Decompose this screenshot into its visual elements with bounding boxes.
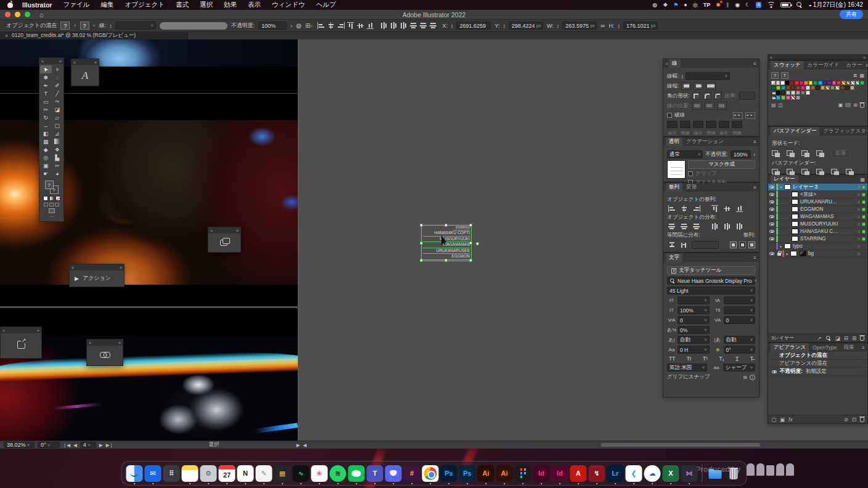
distribute-icon-2[interactable] [400, 22, 407, 29]
artboard-number-select[interactable]: 4 ˅ [80, 442, 96, 448]
tab-appearance-0[interactable]: アピアランス [771, 343, 809, 352]
constrain-proportions-icon[interactable]: ∞ [600, 22, 605, 29]
layer-row-typo[interactable]: ▸typo○ [768, 243, 867, 250]
swatch-2-3[interactable] [786, 91, 790, 95]
dock-indesign[interactable]: Id [533, 463, 550, 484]
language-select[interactable]: 英語:米国˅ [667, 364, 707, 372]
swatch-0-2[interactable] [780, 81, 785, 85]
external-handle[interactable] [476, 242, 479, 245]
dash-preset-1[interactable] [733, 112, 743, 119]
circle-app-icon[interactable]: ◍ [652, 2, 657, 8]
home-icon[interactable]: ⌂ [39, 11, 44, 18]
first-artboard-button[interactable]: ❘◀ [63, 442, 70, 448]
type-style-button-4[interactable]: T̲ [734, 356, 740, 362]
dock-photos[interactable]: ❀ [311, 463, 328, 484]
swatch-libraries-icon[interactable]: ▤ [771, 102, 776, 108]
swatch-2-7[interactable] [806, 91, 810, 95]
layer-selection-indicator[interactable] [862, 245, 866, 248]
layer-target-icon[interactable]: ○ [856, 244, 862, 248]
swatch-1-8[interactable] [811, 86, 815, 90]
swatch-2-6[interactable] [801, 91, 805, 95]
swatch-0-16[interactable] [846, 81, 851, 85]
draw-inside-button[interactable] [55, 203, 59, 206]
panel-menu-icon[interactable]: ▦ [860, 177, 865, 182]
hand-tool[interactable]: ☛ [40, 169, 52, 177]
dash-field-5[interactable] [732, 121, 742, 128]
shape-mode-0[interactable] [772, 150, 780, 157]
rotate-tool[interactable]: ↻ [40, 113, 52, 121]
swatch-2-4[interactable] [791, 91, 795, 95]
dock-line-app[interactable] [348, 463, 365, 484]
dock-photoshop[interactable]: Ps [441, 463, 457, 484]
spacing-value-field[interactable] [692, 241, 719, 249]
bbox-handle-1[interactable] [444, 224, 448, 227]
appearance-opacity-value[interactable]: 初期設定 [806, 368, 827, 375]
swatch-1-15[interactable] [845, 86, 850, 90]
swatch-3-4[interactable] [791, 96, 795, 100]
screen-mode-button[interactable] [49, 208, 55, 213]
spotlight-icon[interactable] [796, 2, 803, 8]
fill-proxy-dd[interactable]: ˅ [73, 23, 76, 28]
distribute-icon-5[interactable] [430, 22, 437, 29]
swatch-2-5[interactable] [796, 91, 800, 95]
eyedropper-tool[interactable]: ◆ [40, 145, 52, 153]
document-tab[interactable]: × 0120_team_credits.ai* @ 38.02 % (RGB/プ… [0, 32, 188, 39]
direct-selection-tool[interactable]: ➤ [52, 65, 63, 73]
swatch-1-7[interactable] [806, 86, 810, 90]
round-join-button[interactable] [703, 92, 711, 100]
links-icon[interactable] [100, 352, 110, 357]
vertical-space-icon[interactable] [668, 242, 676, 248]
panel-menu-icon[interactable]: ≡ [866, 63, 868, 68]
swatch-0-7[interactable] [804, 81, 808, 85]
menu-ウィンドウ[interactable]: ウィンドウ [266, 1, 311, 9]
stroke-center-button[interactable] [692, 102, 702, 110]
type-style-button-0[interactable]: TT [667, 356, 677, 362]
bbox-handle-4[interactable] [469, 242, 472, 245]
layer-target-icon[interactable]: ○ [856, 237, 862, 241]
dashed-line-checkbox[interactable] [667, 113, 672, 118]
swatch-1-5[interactable] [796, 86, 800, 90]
layer-selection-indicator[interactable] [862, 185, 866, 189]
tab-align-0[interactable]: 整列 [666, 183, 682, 192]
menu-表示[interactable]: 表示 [242, 1, 266, 9]
h-field[interactable]: 176.1021 px [623, 22, 658, 30]
perspective-grid-tool[interactable]: ⊿ [52, 129, 63, 137]
swatch-0-19[interactable] [860, 81, 864, 85]
panel-menu-icon[interactable]: ≡ [753, 185, 756, 190]
swatch-0-9[interactable] [813, 81, 817, 85]
swatch-0-6[interactable] [800, 81, 804, 85]
battery-icon[interactable] [780, 2, 791, 7]
swatch-1-12[interactable] [830, 86, 835, 90]
layer-selection-indicator[interactable] [862, 222, 866, 226]
dash-field-2[interactable] [693, 121, 703, 128]
dock-downloads-folder[interactable] [707, 463, 724, 484]
bbox-handle-3[interactable] [420, 242, 423, 245]
align-to-selection-button[interactable] [730, 242, 737, 248]
align-t-icon[interactable] [347, 22, 354, 29]
dash-preset-2[interactable] [745, 112, 755, 119]
edit-toolbar-icon[interactable]: ⋯ [49, 215, 54, 219]
collapse-icon[interactable]: » [236, 229, 239, 233]
layer-selection-indicator[interactable] [862, 200, 866, 204]
app-menu[interactable]: Illustrator [17, 1, 57, 9]
close-document-icon[interactable]: × [5, 33, 8, 39]
distribute-v-2[interactable] [693, 223, 700, 230]
tab-swatches-0[interactable]: スウォッチ [771, 61, 804, 70]
menu-ファイル[interactable]: ファイル [57, 1, 95, 9]
layer-expand-chevron[interactable]: ▸ [779, 244, 784, 248]
menu-選択[interactable]: 選択 [194, 1, 218, 9]
layer-selection-indicator[interactable] [862, 208, 866, 211]
layer-name[interactable]: <直線> [800, 191, 856, 198]
dock-photoshop-2[interactable]: Ps [459, 463, 476, 484]
swatch-3-0[interactable] [771, 96, 776, 100]
align-c-icon[interactable] [327, 22, 335, 29]
clear-appearance-icon[interactable]: ⊘ [844, 417, 848, 423]
tab-stroke[interactable]: 線 [669, 59, 681, 68]
bevel-join-button[interactable] [714, 92, 723, 100]
close-icon[interactable]: × [73, 60, 76, 65]
collapse-icon[interactable]: » [863, 55, 866, 60]
menu-オブジェクト[interactable]: オブジェクト [119, 1, 170, 9]
lasso-tool[interactable]: ◌ [52, 73, 63, 81]
list-view-icon[interactable]: ≣ [853, 73, 858, 78]
vertical-scale-field[interactable]: 100%˅ [678, 306, 710, 314]
